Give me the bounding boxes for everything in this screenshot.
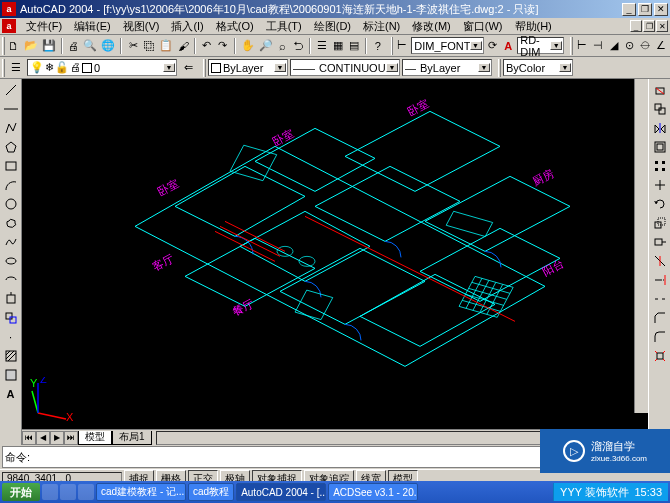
rectangle-button[interactable] [2, 157, 20, 175]
explode-button[interactable] [651, 347, 669, 365]
toolbar-grip[interactable] [2, 59, 5, 77]
save-button[interactable]: 💾 [41, 37, 57, 55]
copy-object-button[interactable] [651, 100, 669, 118]
fillet-button[interactable] [651, 328, 669, 346]
spline-button[interactable] [2, 233, 20, 251]
extend-button[interactable] [651, 271, 669, 289]
point-button[interactable]: · [2, 328, 20, 346]
text-style-select[interactable]: RD-DIM [517, 37, 564, 54]
print-button[interactable]: 🖨 [67, 37, 81, 55]
polygon-button[interactable] [2, 138, 20, 156]
tab-prev-button[interactable]: ◀ [36, 431, 50, 445]
color-select[interactable]: ByLayer [208, 59, 288, 76]
dim-update-button[interactable]: ⟳ [486, 37, 500, 55]
dim-tool-2[interactable]: ⊣ [591, 37, 605, 55]
zoom-prev-button[interactable]: ⮌ [291, 37, 305, 55]
dim-tool-6[interactable]: ∠ [654, 37, 668, 55]
menu-view[interactable]: 视图(V) [117, 19, 166, 34]
menu-insert[interactable]: 插入(I) [165, 19, 209, 34]
layer-manager-button[interactable]: ☰ [7, 59, 25, 77]
revision-cloud-button[interactable] [2, 214, 20, 232]
redo-button[interactable]: ↷ [216, 37, 230, 55]
toolbar-grip[interactable] [498, 59, 501, 77]
mirror-button[interactable] [651, 119, 669, 137]
doc-restore-button[interactable]: ❐ [643, 20, 655, 32]
quicklaunch-icon[interactable] [42, 484, 58, 500]
plotstyle-select[interactable]: ByColor [503, 59, 573, 76]
dim-linear-button[interactable]: ⊢ [395, 37, 409, 55]
quicklaunch-icon[interactable] [60, 484, 76, 500]
toolbar-grip[interactable] [2, 37, 5, 55]
tab-next-button[interactable]: ▶ [50, 431, 64, 445]
tab-model[interactable]: 模型 [78, 431, 112, 445]
offset-button[interactable] [651, 138, 669, 156]
cut-button[interactable]: ✂ [126, 37, 140, 55]
ellipse-button[interactable] [2, 252, 20, 270]
pan-button[interactable]: ✋ [240, 37, 256, 55]
toolbar-grip[interactable] [570, 37, 573, 55]
maximize-button[interactable]: ❐ [638, 3, 652, 16]
line-button[interactable] [2, 81, 20, 99]
construction-line-button[interactable] [2, 100, 20, 118]
doc-close-button[interactable]: ✕ [656, 20, 668, 32]
undo-button[interactable]: ↶ [200, 37, 214, 55]
toolpalettes-button[interactable]: ▤ [347, 37, 361, 55]
menu-dimension[interactable]: 标注(N) [357, 19, 406, 34]
copy-button[interactable]: ⿻ [142, 37, 156, 55]
hatch-button[interactable] [2, 347, 20, 365]
lineweight-select[interactable]: —ByLayer [402, 59, 492, 76]
region-button[interactable] [2, 366, 20, 384]
rotate-button[interactable] [651, 195, 669, 213]
text-style-button[interactable]: A [501, 37, 515, 55]
taskbar-item[interactable]: ACDSee v3.1 - 20... [328, 483, 418, 501]
trim-button[interactable] [651, 252, 669, 270]
menu-file[interactable]: 文件(F) [20, 19, 68, 34]
close-button[interactable]: ✕ [654, 3, 668, 16]
start-button[interactable]: 开始 [2, 483, 40, 501]
tab-first-button[interactable]: ⏮ [22, 431, 36, 445]
scale-button[interactable] [651, 214, 669, 232]
layer-previous-button[interactable]: ⇐ [179, 59, 197, 77]
circle-button[interactable] [2, 195, 20, 213]
publish-button[interactable]: 🌐 [100, 37, 116, 55]
dim-tool-3[interactable]: ◢ [607, 37, 621, 55]
paste-button[interactable]: 📋 [158, 37, 174, 55]
tab-last-button[interactable]: ⏭ [64, 431, 78, 445]
tab-layout1[interactable]: 布局1 [112, 431, 152, 445]
taskbar-item-active[interactable]: AutoCAD 2004 - [... [236, 483, 326, 501]
menu-format[interactable]: 格式(O) [210, 19, 260, 34]
doc-minimize-button[interactable]: _ [630, 20, 642, 32]
designcenter-button[interactable]: ▦ [331, 37, 345, 55]
taskbar-item[interactable]: cad教程 [188, 483, 234, 501]
menu-tools[interactable]: 工具(T) [260, 19, 308, 34]
preview-button[interactable]: 🔍 [82, 37, 98, 55]
dim-style-select[interactable]: DIM_FONT [411, 37, 483, 54]
ellipse-arc-button[interactable] [2, 271, 20, 289]
menu-draw[interactable]: 绘图(D) [308, 19, 357, 34]
properties-button[interactable]: ☰ [315, 37, 329, 55]
insert-block-button[interactable] [2, 290, 20, 308]
layer-select[interactable]: 💡❄🔓🖨 0 [27, 59, 177, 76]
break-button[interactable] [651, 290, 669, 308]
chamfer-button[interactable] [651, 309, 669, 327]
toolbar-grip[interactable] [391, 37, 394, 55]
dim-tool-5[interactable]: ⦵ [638, 37, 652, 55]
menu-help[interactable]: 帮助(H) [509, 19, 558, 34]
linetype-select[interactable]: ——CONTINUOUS [290, 59, 400, 76]
system-tray[interactable]: YYY 装饰软件 15:33 [553, 483, 668, 501]
vertical-scrollbar[interactable] [634, 79, 648, 413]
match-button[interactable]: 🖌 [176, 37, 190, 55]
move-button[interactable] [651, 176, 669, 194]
menu-edit[interactable]: 编辑(E) [68, 19, 117, 34]
taskbar-item[interactable]: cad建模教程 - 记... [96, 483, 186, 501]
arc-button[interactable] [2, 176, 20, 194]
polyline-button[interactable] [2, 119, 20, 137]
stretch-button[interactable] [651, 233, 669, 251]
quicklaunch-icon[interactable] [78, 484, 94, 500]
open-button[interactable]: 📂 [23, 37, 39, 55]
text-button[interactable]: A [2, 385, 20, 403]
model-viewport[interactable]: 卧室 卧室 卧室 厨房 客厅 餐厅 阳台 X [22, 79, 648, 429]
menu-window[interactable]: 窗口(W) [457, 19, 509, 34]
minimize-button[interactable]: _ [622, 3, 636, 16]
zoom-win-button[interactable]: ⌕ [276, 37, 290, 55]
